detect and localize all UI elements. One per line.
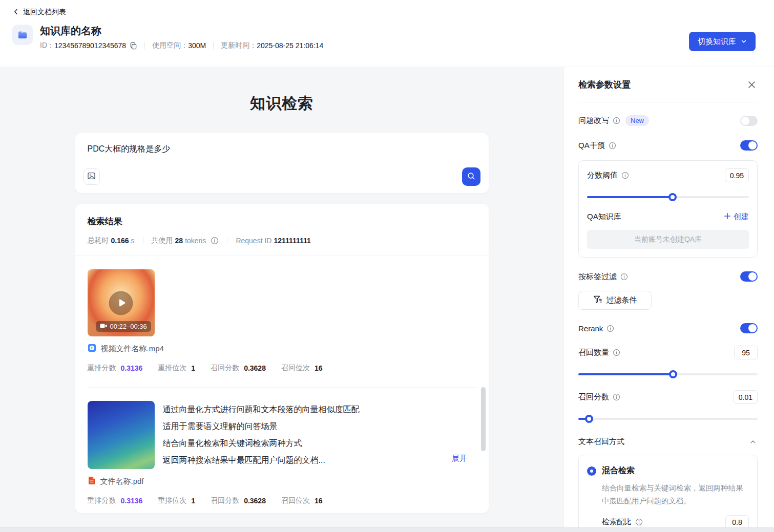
snippet-line: 返回两种搜索结果中最匹配用户问题的文档... [163, 452, 448, 469]
rerank-info-icon[interactable] [606, 325, 614, 332]
copy-id-icon[interactable] [130, 42, 137, 50]
app-window: 返回文档列表 知识库的名称 ID： 123456789012345678 [0, 0, 774, 532]
search-card: PDC大框的规格是多少 [75, 133, 489, 193]
video-thumbnail[interactable]: 00:22–00:36 [88, 269, 155, 336]
hybrid-search-description: 结合向量检索与关键词检索，返回两种结果中最匹配用户问题的文档。 [602, 482, 749, 507]
slider-handle[interactable] [585, 415, 593, 423]
recall-count-input[interactable]: 95 [734, 346, 758, 359]
total-time-unit: s [131, 237, 135, 245]
recall-count-info-icon[interactable] [613, 349, 620, 356]
qa-settings-card: 分数阈值 0.95 QA知识库 [578, 160, 758, 258]
stats-divider [227, 237, 227, 244]
recall-score-input[interactable]: 0.01 [734, 390, 758, 404]
upload-image-button[interactable] [83, 168, 100, 185]
switch-kb-label: 切换知识库 [698, 37, 736, 47]
rerank-rank-value: 1 [191, 364, 195, 372]
main-content: 知识检索 PDC大框的规格是多少 [0, 67, 563, 532]
qa-intervention-toggle[interactable] [740, 140, 758, 151]
qa-intervention-label: QA干预 [578, 141, 605, 151]
filter-button-label: 过滤条件 [606, 295, 637, 305]
settings-panel: 检索参数设置 问题改写 New QA干预 [563, 67, 774, 532]
video-camera-icon [100, 323, 107, 330]
recall-rank-value: 16 [315, 497, 323, 505]
create-qa-kb-link[interactable]: 创建 [724, 212, 749, 222]
question-rewrite-info-icon[interactable] [613, 117, 620, 124]
hybrid-search-radio[interactable] [587, 466, 596, 476]
question-rewrite-label: 问题改写 [578, 116, 609, 125]
total-time-label: 总耗时 [88, 236, 109, 245]
search-button[interactable] [462, 167, 480, 186]
snippet-line: 通过向量化方式进行问题和文本段落的向量相似度匹配 [163, 401, 448, 418]
retrieval-ratio-info-icon[interactable] [635, 518, 643, 526]
recall-score-value: 0.3628 [244, 497, 266, 505]
filter-conditions-button[interactable]: 过滤条件 [578, 291, 652, 310]
request-id-label: Request ID [236, 237, 271, 245]
recall-score-value: 0.3628 [244, 364, 266, 372]
rerank-toggle[interactable] [740, 323, 758, 333]
back-to-doc-list[interactable]: 返回文档列表 [12, 0, 66, 17]
pdf-thumbnail[interactable] [88, 401, 155, 469]
knowledge-base-meta: ID： 123456789012345678 使用空间： 300M 更新时间： … [40, 41, 323, 50]
chevron-left-icon [12, 8, 19, 17]
recall-rank-label: 召回位次 [281, 364, 310, 373]
stats-divider [143, 237, 143, 244]
tokens-unit: tokens [185, 237, 206, 245]
meta-divider [213, 42, 214, 49]
score-threshold-input[interactable]: 0.95 [725, 168, 749, 182]
slider-handle[interactable] [669, 370, 677, 378]
rerank-rank-label: 重排位次 [158, 496, 186, 505]
retrieval-ratio-input[interactable]: 0.8 [725, 515, 749, 529]
tokens-label: 共使用 [152, 236, 173, 245]
switch-kb-button[interactable]: 切换知识库 [689, 32, 756, 51]
slider-handle[interactable] [668, 193, 677, 201]
tag-filter-label: 按标签过滤 [578, 272, 617, 282]
back-label: 返回文档列表 [23, 8, 66, 17]
snippet-line: 适用于需要语义理解的问答场景 [163, 418, 448, 435]
recall-rank-value: 16 [315, 364, 323, 372]
rerank-score-label: 重排分数 [88, 364, 116, 373]
results-scrollbar-thumb[interactable] [481, 387, 486, 451]
tokens-value: 28 [175, 237, 183, 245]
item-divider [88, 387, 476, 388]
video-filename: 视频文件名称.mp4 [101, 344, 164, 354]
video-duration: 00:22–00:36 [110, 323, 147, 330]
recall-score-info-icon[interactable] [613, 393, 620, 401]
horizontal-scrollbar[interactable] [0, 527, 774, 532]
hybrid-search-card: 混合检索 结合向量检索与关键词检索，返回两种结果中最匹配用户问题的文档。 检索配… [578, 455, 758, 532]
score-threshold-info-icon[interactable] [621, 172, 629, 179]
recall-count-slider[interactable] [578, 370, 758, 378]
results-stats: 总耗时 0.166 s 共使用 28 tokens Request ID 121… [88, 236, 476, 245]
pdf-snippet: 通过向量化方式进行问题和文本段落的向量相似度匹配 适用于需要语义理解的问答场景 … [163, 401, 476, 469]
page-title: 知识检索 [250, 93, 313, 114]
recall-rank-label: 召回位次 [281, 496, 310, 505]
snippet-line: 结合向量化检索和关键词检索两种方式 [163, 435, 448, 452]
result-item-pdf: 通过向量化方式进行问题和文本段落的向量相似度匹配 适用于需要语义理解的问答场景 … [88, 401, 476, 505]
tokens-info-icon[interactable] [211, 237, 219, 245]
play-icon[interactable] [109, 291, 133, 315]
chevron-up-icon[interactable] [748, 437, 758, 446]
results-title: 检索结果 [88, 216, 476, 227]
score-threshold-slider[interactable] [587, 193, 749, 201]
qa-intervention-info-icon[interactable] [609, 142, 616, 150]
results-header: 检索结果 总耗时 0.166 s 共使用 28 tokens Request [75, 204, 489, 256]
knowledge-base-icon [12, 25, 33, 45]
knowledge-base-title: 知识库的名称 [40, 25, 323, 37]
pdf-file-icon [88, 476, 96, 486]
close-panel-button[interactable] [746, 79, 758, 91]
tag-filter-info-icon[interactable] [620, 273, 628, 281]
recall-score-label: 召回分数 [578, 392, 609, 402]
expand-link[interactable]: 展开 [452, 450, 467, 466]
question-rewrite-toggle[interactable] [740, 116, 758, 126]
id-label: ID： [40, 41, 54, 50]
retrieval-ratio-label: 检索配比 [602, 517, 632, 527]
request-id-value: 1211111111 [274, 237, 310, 245]
recall-score-slider[interactable] [578, 415, 758, 423]
recall-count-label: 召回数量 [578, 348, 609, 357]
search-input[interactable]: PDC大框的规格是多少 [81, 144, 480, 154]
recall-score-label: 召回分数 [211, 364, 239, 373]
rerank-score-value: 0.3136 [121, 364, 143, 372]
pdf-filename: 文件名称.pdf [100, 477, 144, 486]
score-threshold-label: 分数阈值 [587, 171, 618, 180]
tag-filter-toggle[interactable] [740, 271, 758, 282]
plus-icon [724, 212, 731, 221]
